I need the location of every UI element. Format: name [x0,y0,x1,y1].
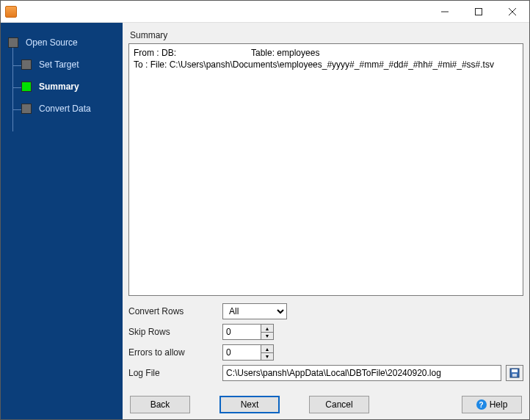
next-button[interactable]: Next [219,396,280,413]
app-icon [5,6,17,18]
step-label: Set Target [39,59,79,70]
step-summary[interactable]: Summary [1,77,123,96]
step-label: Convert Data [39,104,91,114]
svg-rect-6 [512,374,517,377]
skip-rows-up[interactable]: ▲ [261,324,274,332]
step-node-icon [21,104,32,114]
help-button[interactable]: ? Help [462,396,522,413]
skip-rows-down[interactable]: ▼ [261,332,274,340]
errors-spinner: ▲ ▼ [222,344,274,361]
wizard-sidebar: Open Source Set Target Summary Convert D… [1,23,123,419]
errors-down[interactable]: ▼ [261,352,274,361]
step-label: Summary [39,82,79,92]
log-file-label: Log File [128,368,215,378]
step-convert-data[interactable]: Convert Data [1,99,123,118]
summary-textbox[interactable]: From : DB: Table: employees To : File: C… [128,43,523,296]
window-controls [428,1,529,22]
step-open-source[interactable]: Open Source [1,33,123,52]
maximize-button[interactable] [462,1,495,22]
step-node-icon [21,82,32,92]
titlebar [1,1,529,23]
errors-label: Errors to allow [128,347,215,358]
step-label: Open Source [26,37,78,48]
step-node-icon [8,37,18,48]
skip-rows-spinner: ▲ ▼ [222,324,274,340]
summary-heading: Summary [130,30,523,40]
back-button[interactable]: Back [130,396,190,413]
skip-rows-input[interactable] [222,324,261,340]
minimize-button[interactable] [428,1,462,22]
errors-up[interactable]: ▲ [261,344,274,352]
step-set-target[interactable]: Set Target [1,55,123,74]
wizard-buttons: Back Next Cancel ? Help [128,393,523,415]
summary-from-table: Table: employees [251,47,319,59]
content-panel: Summary From : DB: Table: employees To :… [123,23,529,419]
app-window: Open Source Set Target Summary Convert D… [0,0,530,420]
options-form: Convert Rows All Skip Rows ▲ ▼ Errors to… [128,303,523,381]
summary-to-line: To : File: C:\Users\pansh\Documents\empl… [134,59,518,70]
close-button[interactable] [495,1,529,22]
step-node-icon [21,59,32,70]
svg-rect-1 [476,8,482,15]
help-icon: ? [476,399,487,410]
errors-input[interactable] [222,344,261,361]
convert-rows-label: Convert Rows [128,306,215,316]
log-file-input[interactable] [222,365,501,381]
svg-rect-5 [512,369,518,372]
skip-rows-label: Skip Rows [128,327,215,337]
save-icon [509,368,520,378]
cancel-button[interactable]: Cancel [309,396,369,413]
convert-rows-select[interactable]: All [222,303,287,319]
log-file-browse-button[interactable] [506,365,523,381]
summary-from-db: From : DB: [134,47,251,59]
